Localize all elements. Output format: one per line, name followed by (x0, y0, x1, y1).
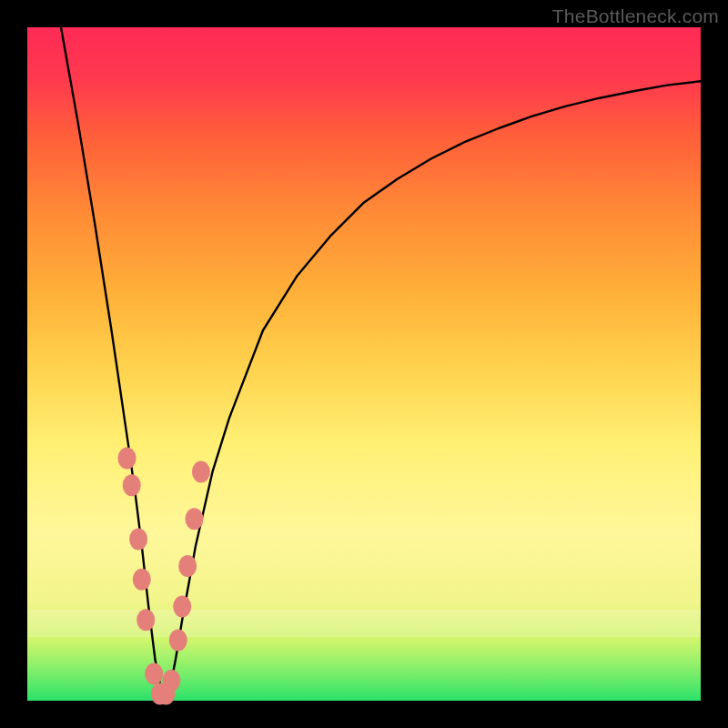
curve-marker (162, 670, 180, 692)
curve-marker (192, 460, 210, 482)
curve-marker (186, 508, 204, 530)
bottleneck-curve (61, 27, 701, 694)
plot-area (27, 27, 701, 701)
curve-marker (169, 629, 187, 651)
curve-marker (123, 474, 141, 496)
curve-marker (118, 448, 136, 470)
curve-markers (118, 448, 210, 705)
curve-marker (133, 569, 151, 591)
curve-layer (27, 27, 701, 701)
curve-marker (173, 595, 191, 617)
curve-marker (178, 555, 197, 577)
curve-marker (129, 528, 147, 550)
curve-marker (145, 662, 163, 684)
watermark-text: TheBottleneck.com (552, 5, 719, 27)
curve-marker (136, 609, 155, 631)
chart-frame: TheBottleneck.com (0, 0, 728, 728)
